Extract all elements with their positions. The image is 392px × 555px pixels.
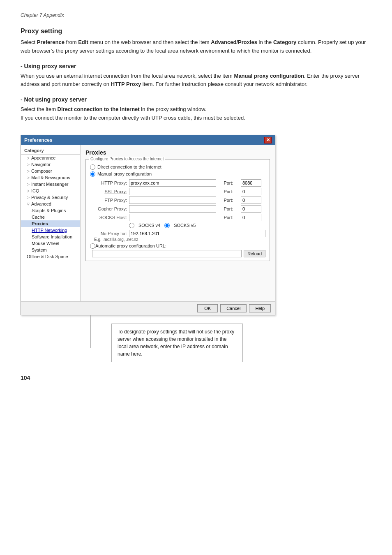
direct-radio-row[interactable]: Direct connection to the Internet [90,164,265,170]
sidebar-header: Category [21,147,80,155]
group-title: Configure Proxies to Access the Internet [89,157,165,161]
ssl-port-input[interactable] [241,188,261,195]
gopher-proxy-label: Gopher Proxy: [90,206,127,211]
using-proxy-text: When you use an external internet connec… [21,72,371,89]
gopher-proxy-input[interactable] [129,205,216,213]
sidebar-item-proxies[interactable]: Proxies [21,220,80,227]
dialog-body: Category ▷ Appearance ▷ Navigator ▷ Comp… [21,145,275,301]
gopher-port-label: Port: [218,206,239,211]
close-button[interactable]: ✕ [264,137,272,143]
sidebar-item-advanced[interactable]: ▽ Advanced [21,201,80,207]
arrow-icon: ▷ [27,182,30,186]
http-proxy-label: HTTP Proxy: [90,180,127,185]
sidebar-item-icq[interactable]: ▷ ICQ [21,187,80,194]
ftp-proxy-input[interactable] [129,197,216,204]
sidebar-item-scripts[interactable]: Scripts & Plugins [21,207,80,214]
ftp-proxy-label: FTP Proxy: [90,198,127,203]
sidebar-item-composer[interactable]: ▷ Composer [21,168,80,174]
callout-line [90,315,91,348]
auto-proxy-input-row: Reload [90,250,265,257]
cancel-button[interactable]: Cancel [220,304,247,312]
sidebar: Category ▷ Appearance ▷ Navigator ▷ Comp… [21,145,81,301]
section-title: Proxy setting [21,28,371,35]
manual-radio-row[interactable]: Manual proxy configuration [90,171,265,177]
sidebar-item-privacy[interactable]: ▷ Privacy & Security [21,194,80,201]
dialog-footer: OK Cancel Help [21,301,275,315]
sidebar-item-navigator[interactable]: ▷ Navigator [21,161,80,168]
arrow-icon: ▷ [27,156,30,160]
socks-port-input[interactable] [241,214,261,221]
callout-line-container [90,315,91,348]
direct-label: Direct connection to the Internet [97,164,161,169]
socks-v5-label: SOCKS v5 [174,223,196,228]
reload-button[interactable]: Reload [244,250,265,257]
callout-box: To designate proxy settings that will no… [111,324,243,362]
gopher-port-input[interactable] [241,205,261,213]
arrow-icon: ▷ [27,169,30,173]
auto-proxy-label: Automatic proxy configuration URL: [95,243,166,248]
http-port-label: Port: [218,180,239,185]
sidebar-item-offline[interactable]: Offline & Disk Space [21,253,80,260]
socks-port-label: Port: [218,215,239,220]
direct-radio[interactable] [90,164,95,170]
ok-button[interactable]: OK [197,304,218,312]
arrow-icon: ▽ [27,202,30,206]
no-proxy-hint: E.g. .mozilla.org, .net.nz [94,237,265,242]
arrow-icon: ▷ [27,176,30,180]
arrow-icon: ▷ [27,195,30,199]
intro-text: Select Preference from Edit menu on the … [21,38,371,56]
using-proxy-subtitle: - Using proxy server [21,63,371,69]
sidebar-item-messenger[interactable]: ▷ Instant Messenger [21,181,80,187]
not-using-proxy-subtitle: - Not using proxy server [21,96,371,103]
not-using-proxy-text: Select the item Direct connection to the… [21,105,371,123]
sidebar-item-mail[interactable]: ▷ Mail & Newsgroups [21,174,80,181]
chapter-header: Chapter 7 Appendix [21,12,371,20]
socks-v5-radio[interactable] [164,223,170,228]
sidebar-item-appearance[interactable]: ▷ Appearance [21,155,80,161]
socks-v4-radio[interactable] [129,223,134,228]
http-port-input[interactable] [241,179,261,187]
dialog-wrapper: Preferences ✕ Category ▷ Appearance ▷ Na… [21,135,371,362]
no-proxy-label: No Proxy for: [90,231,127,236]
socks-host-input[interactable] [129,214,216,221]
manual-radio[interactable] [90,171,95,177]
sidebar-item-software[interactable]: Software Installation [21,234,80,240]
arrow-icon: ▷ [27,189,30,193]
socks-version-row: SOCKS v4 SOCKS v5 [129,223,265,228]
main-panel-title: Proxies [85,149,270,156]
sidebar-item-mouse[interactable]: Mouse Wheel [21,240,80,247]
dialog-title: Preferences [24,137,53,143]
sidebar-item-http-networking[interactable]: HTTP Networking [21,227,80,234]
socks-host-label: SOCKS Host: [90,215,127,220]
help-button[interactable]: Help [249,304,271,312]
ssl-proxy-label: SSL Proxy: [90,189,127,194]
auto-proxy-url-input[interactable] [92,250,242,257]
no-proxy-input[interactable] [129,230,265,237]
ssl-port-label: Port: [218,189,239,194]
proxy-grid: HTTP Proxy: Port: SSL Proxy: Port: FTP P… [90,179,265,221]
manual-label: Manual proxy configuration [97,171,152,176]
sidebar-item-cache[interactable]: Cache [21,214,80,220]
main-panel: Proxies Configure Proxies to Access the … [81,145,275,301]
sidebar-item-system[interactable]: System [21,247,80,253]
preferences-dialog: Preferences ✕ Category ▷ Appearance ▷ Na… [21,135,275,315]
no-proxy-row: No Proxy for: [90,230,265,237]
arrow-icon: ▷ [27,162,30,166]
ssl-proxy-input[interactable] [129,188,216,195]
page-number: 104 [21,375,371,381]
ftp-port-label: Port: [218,198,239,203]
callout-area: To designate proxy settings that will no… [21,315,243,362]
proxies-group: Configure Proxies to Access the Internet… [85,159,270,261]
auto-proxy-row: Automatic proxy configuration URL: [90,243,265,249]
dialog-titlebar: Preferences ✕ [21,135,275,145]
http-proxy-input[interactable] [129,179,216,187]
auto-proxy-radio[interactable] [90,243,95,249]
ftp-port-input[interactable] [241,197,261,204]
socks-v4-label: SOCKS v4 [138,223,160,228]
